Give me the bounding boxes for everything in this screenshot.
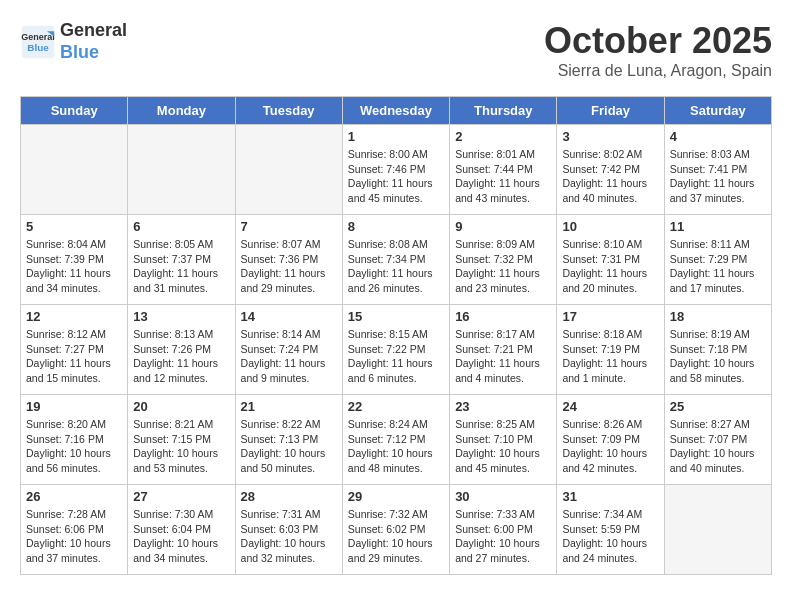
calendar-cell: 16Sunrise: 8:17 AM Sunset: 7:21 PM Dayli… [450,305,557,395]
calendar-cell [235,125,342,215]
day-info: Sunrise: 8:18 AM Sunset: 7:19 PM Dayligh… [562,327,658,386]
calendar-cell: 23Sunrise: 8:25 AM Sunset: 7:10 PM Dayli… [450,395,557,485]
day-info: Sunrise: 8:00 AM Sunset: 7:46 PM Dayligh… [348,147,444,206]
day-number: 23 [455,399,551,414]
day-info: Sunrise: 8:12 AM Sunset: 7:27 PM Dayligh… [26,327,122,386]
calendar-cell: 5Sunrise: 8:04 AM Sunset: 7:39 PM Daylig… [21,215,128,305]
weekday-header-saturday: Saturday [664,97,771,125]
calendar-cell: 10Sunrise: 8:10 AM Sunset: 7:31 PM Dayli… [557,215,664,305]
day-number: 2 [455,129,551,144]
day-number: 25 [670,399,766,414]
calendar-cell: 24Sunrise: 8:26 AM Sunset: 7:09 PM Dayli… [557,395,664,485]
day-info: Sunrise: 8:21 AM Sunset: 7:15 PM Dayligh… [133,417,229,476]
calendar-cell: 22Sunrise: 8:24 AM Sunset: 7:12 PM Dayli… [342,395,449,485]
day-number: 31 [562,489,658,504]
calendar-cell: 27Sunrise: 7:30 AM Sunset: 6:04 PM Dayli… [128,485,235,575]
day-info: Sunrise: 7:28 AM Sunset: 6:06 PM Dayligh… [26,507,122,566]
day-number: 15 [348,309,444,324]
calendar-cell: 7Sunrise: 8:07 AM Sunset: 7:36 PM Daylig… [235,215,342,305]
calendar-cell: 1Sunrise: 8:00 AM Sunset: 7:46 PM Daylig… [342,125,449,215]
day-number: 17 [562,309,658,324]
day-info: Sunrise: 8:27 AM Sunset: 7:07 PM Dayligh… [670,417,766,476]
svg-text:General: General [21,32,55,42]
day-info: Sunrise: 8:01 AM Sunset: 7:44 PM Dayligh… [455,147,551,206]
day-number: 7 [241,219,337,234]
title-block: October 2025 Sierra de Luna, Aragon, Spa… [544,20,772,80]
day-info: Sunrise: 8:17 AM Sunset: 7:21 PM Dayligh… [455,327,551,386]
day-number: 19 [26,399,122,414]
day-number: 28 [241,489,337,504]
day-info: Sunrise: 8:20 AM Sunset: 7:16 PM Dayligh… [26,417,122,476]
day-info: Sunrise: 8:02 AM Sunset: 7:42 PM Dayligh… [562,147,658,206]
calendar-table: SundayMondayTuesdayWednesdayThursdayFrid… [20,96,772,575]
day-number: 8 [348,219,444,234]
weekday-header-monday: Monday [128,97,235,125]
calendar-cell: 12Sunrise: 8:12 AM Sunset: 7:27 PM Dayli… [21,305,128,395]
calendar-cell [664,485,771,575]
day-number: 30 [455,489,551,504]
day-info: Sunrise: 8:05 AM Sunset: 7:37 PM Dayligh… [133,237,229,296]
day-number: 1 [348,129,444,144]
day-number: 10 [562,219,658,234]
calendar-cell [128,125,235,215]
day-number: 3 [562,129,658,144]
page-header: General Blue General Blue October 2025 S… [20,20,772,80]
calendar-cell: 28Sunrise: 7:31 AM Sunset: 6:03 PM Dayli… [235,485,342,575]
day-info: Sunrise: 7:31 AM Sunset: 6:03 PM Dayligh… [241,507,337,566]
day-info: Sunrise: 8:07 AM Sunset: 7:36 PM Dayligh… [241,237,337,296]
calendar-cell: 29Sunrise: 7:32 AM Sunset: 6:02 PM Dayli… [342,485,449,575]
logo: General Blue General Blue [20,20,127,63]
day-number: 21 [241,399,337,414]
weekday-header-friday: Friday [557,97,664,125]
day-number: 14 [241,309,337,324]
day-number: 11 [670,219,766,234]
calendar-cell: 8Sunrise: 8:08 AM Sunset: 7:34 PM Daylig… [342,215,449,305]
calendar-cell: 30Sunrise: 7:33 AM Sunset: 6:00 PM Dayli… [450,485,557,575]
calendar-cell: 4Sunrise: 8:03 AM Sunset: 7:41 PM Daylig… [664,125,771,215]
location: Sierra de Luna, Aragon, Spain [544,62,772,80]
day-number: 5 [26,219,122,234]
calendar-cell: 25Sunrise: 8:27 AM Sunset: 7:07 PM Dayli… [664,395,771,485]
day-info: Sunrise: 8:22 AM Sunset: 7:13 PM Dayligh… [241,417,337,476]
calendar-cell: 26Sunrise: 7:28 AM Sunset: 6:06 PM Dayli… [21,485,128,575]
day-number: 20 [133,399,229,414]
day-number: 13 [133,309,229,324]
day-info: Sunrise: 8:04 AM Sunset: 7:39 PM Dayligh… [26,237,122,296]
calendar-cell: 18Sunrise: 8:19 AM Sunset: 7:18 PM Dayli… [664,305,771,395]
day-number: 12 [26,309,122,324]
calendar-cell: 9Sunrise: 8:09 AM Sunset: 7:32 PM Daylig… [450,215,557,305]
day-number: 26 [26,489,122,504]
day-info: Sunrise: 8:08 AM Sunset: 7:34 PM Dayligh… [348,237,444,296]
day-info: Sunrise: 7:30 AM Sunset: 6:04 PM Dayligh… [133,507,229,566]
day-number: 18 [670,309,766,324]
calendar-cell: 17Sunrise: 8:18 AM Sunset: 7:19 PM Dayli… [557,305,664,395]
day-info: Sunrise: 7:34 AM Sunset: 5:59 PM Dayligh… [562,507,658,566]
day-info: Sunrise: 7:32 AM Sunset: 6:02 PM Dayligh… [348,507,444,566]
weekday-header-sunday: Sunday [21,97,128,125]
calendar-cell: 20Sunrise: 8:21 AM Sunset: 7:15 PM Dayli… [128,395,235,485]
day-number: 4 [670,129,766,144]
calendar-cell: 3Sunrise: 8:02 AM Sunset: 7:42 PM Daylig… [557,125,664,215]
calendar-cell: 19Sunrise: 8:20 AM Sunset: 7:16 PM Dayli… [21,395,128,485]
day-info: Sunrise: 8:26 AM Sunset: 7:09 PM Dayligh… [562,417,658,476]
logo-icon: General Blue [20,24,56,60]
day-number: 22 [348,399,444,414]
month-title: October 2025 [544,20,772,62]
day-info: Sunrise: 8:24 AM Sunset: 7:12 PM Dayligh… [348,417,444,476]
weekday-header-wednesday: Wednesday [342,97,449,125]
calendar-cell: 11Sunrise: 8:11 AM Sunset: 7:29 PM Dayli… [664,215,771,305]
calendar-cell [21,125,128,215]
svg-text:Blue: Blue [27,42,49,53]
day-info: Sunrise: 8:13 AM Sunset: 7:26 PM Dayligh… [133,327,229,386]
day-number: 29 [348,489,444,504]
day-info: Sunrise: 8:19 AM Sunset: 7:18 PM Dayligh… [670,327,766,386]
calendar-cell: 21Sunrise: 8:22 AM Sunset: 7:13 PM Dayli… [235,395,342,485]
calendar-cell: 31Sunrise: 7:34 AM Sunset: 5:59 PM Dayli… [557,485,664,575]
day-number: 27 [133,489,229,504]
calendar-cell: 2Sunrise: 8:01 AM Sunset: 7:44 PM Daylig… [450,125,557,215]
day-number: 16 [455,309,551,324]
day-info: Sunrise: 7:33 AM Sunset: 6:00 PM Dayligh… [455,507,551,566]
calendar-cell: 15Sunrise: 8:15 AM Sunset: 7:22 PM Dayli… [342,305,449,395]
day-info: Sunrise: 8:03 AM Sunset: 7:41 PM Dayligh… [670,147,766,206]
calendar-cell: 13Sunrise: 8:13 AM Sunset: 7:26 PM Dayli… [128,305,235,395]
